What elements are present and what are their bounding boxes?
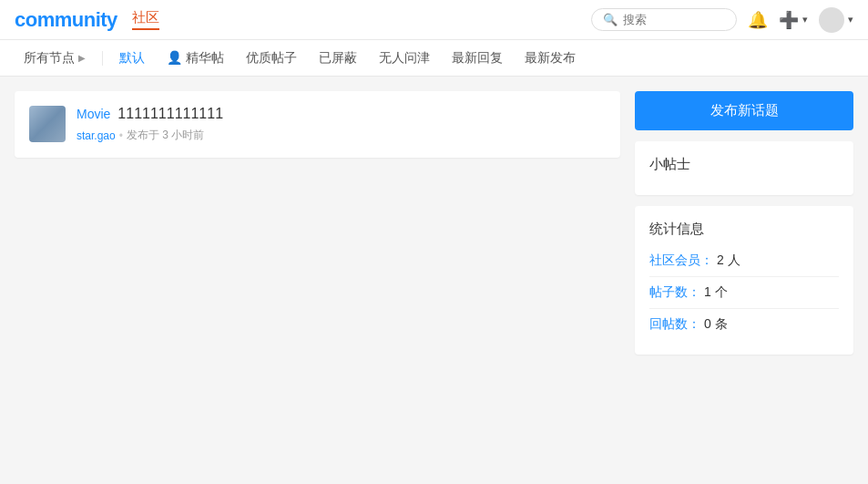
nav-divider: [102, 51, 103, 66]
content-area: Movie 1111111111111 star.gao • 发布于 3 小时前: [15, 91, 620, 355]
post-content: Movie 1111111111111 star.gao • 发布于 3 小时前: [77, 106, 606, 143]
stat-members: 社区会员： 2 人: [649, 245, 839, 277]
main-content: Movie 1111111111111 star.gao • 发布于 3 小时前…: [0, 77, 868, 369]
nav-item-latest-reply[interactable]: 最新回复: [443, 43, 512, 74]
post-author[interactable]: star.gao: [77, 129, 116, 142]
stat-replies-value: 0 条: [704, 316, 728, 333]
stat-replies-label: 回帖数：: [649, 316, 700, 333]
stat-posts-label: 帖子数：: [649, 284, 700, 301]
search-box[interactable]: 🔍: [591, 8, 737, 31]
chevron-down-icon: ▾: [802, 14, 808, 26]
navbar: 所有节点 ▶ 默认 👤 精华帖 优质帖子 已屏蔽 无人问津 最新回复 最新发布: [0, 40, 868, 77]
chevron-down-icon: ▾: [848, 14, 853, 26]
tips-card: 小帖士: [635, 141, 853, 195]
community-tab[interactable]: 社区: [132, 9, 159, 30]
nav-item-no-reply[interactable]: 无人问津: [370, 43, 439, 74]
notification-icon[interactable]: 🔔: [748, 10, 768, 30]
nav-item-quality[interactable]: 优质帖子: [237, 43, 306, 74]
nav-item-default[interactable]: 默认: [110, 43, 154, 74]
tips-title: 小帖士: [649, 156, 839, 173]
header: community 社区 🔍 🔔 ➕ ▾ ▾: [0, 0, 868, 40]
search-input[interactable]: [623, 13, 725, 26]
user-menu[interactable]: ▾: [819, 7, 853, 33]
nodes-label: 所有节点: [24, 50, 75, 67]
all-nodes-nav[interactable]: 所有节点 ▶: [15, 43, 95, 74]
stat-members-label: 社区会员：: [649, 252, 713, 269]
post-title-text[interactable]: 1111111111111: [117, 106, 223, 122]
sidebar: 发布新话题 小帖士 统计信息 社区会员： 2 人 帖子数： 1 个 回帖数： 0…: [635, 91, 853, 355]
avatar-image: [29, 106, 66, 142]
post-card: Movie 1111111111111 star.gao • 发布于 3 小时前: [15, 91, 620, 158]
post-title-row: Movie 1111111111111: [77, 106, 606, 122]
stat-members-value: 2 人: [717, 252, 740, 269]
post-avatar: [29, 106, 66, 142]
nav-item-latest-post[interactable]: 最新发布: [516, 43, 585, 74]
badge-icon: 👤: [167, 50, 182, 65]
chevron-right-icon: ▶: [78, 53, 86, 63]
post-dot: •: [119, 129, 123, 142]
logo[interactable]: community: [15, 8, 117, 32]
nav-item-blocked[interactable]: 已屏蔽: [310, 43, 366, 74]
stats-title: 统计信息: [649, 221, 839, 238]
stats-card: 统计信息 社区会员： 2 人 帖子数： 1 个 回帖数： 0 条: [635, 206, 853, 355]
search-icon: 🔍: [603, 13, 618, 26]
plus-icon: ➕: [779, 10, 799, 30]
stat-posts: 帖子数： 1 个: [649, 277, 839, 309]
avatar: [819, 7, 844, 33]
header-right: 🔍 🔔 ➕ ▾ ▾: [591, 7, 853, 33]
stat-posts-value: 1 个: [704, 284, 728, 301]
post-meta: star.gao • 发布于 3 小时前: [77, 128, 606, 143]
post-category[interactable]: Movie: [77, 107, 110, 121]
post-time: 发布于 3 小时前: [127, 128, 204, 143]
new-topic-button[interactable]: 发布新话题: [635, 91, 853, 130]
nav-item-featured[interactable]: 👤 精华帖: [158, 43, 233, 74]
add-button[interactable]: ➕ ▾: [779, 10, 808, 30]
stat-replies: 回帖数： 0 条: [649, 309, 839, 340]
